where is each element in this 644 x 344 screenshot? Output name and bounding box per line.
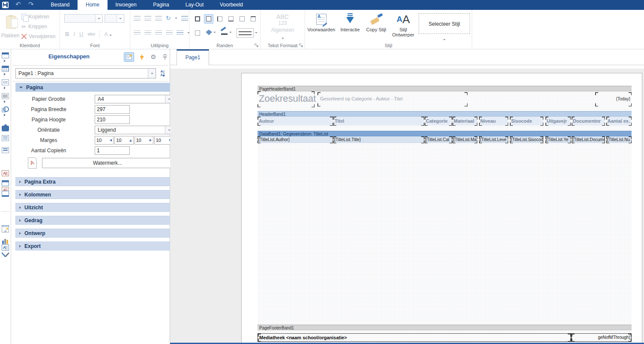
copies-input[interactable] <box>95 146 130 155</box>
select-style-dropdown[interactable] <box>419 36 470 42</box>
footer-text-component[interactable]: Mediatheek <naam school/organisatie> <box>258 333 571 342</box>
delete-button[interactable]: Verwijderen <box>21 32 56 41</box>
border-none-button[interactable] <box>237 14 247 24</box>
text-wrap-icon[interactable] <box>181 16 188 21</box>
paper-size-select[interactable]: A4 <box>95 95 173 103</box>
section-pagina[interactable]: Pagina <box>15 83 170 92</box>
sort-az-button[interactable]: AZ <box>157 68 168 78</box>
align-center-icon[interactable] <box>144 30 151 35</box>
margin-left-spinner[interactable]: 10 <box>95 136 114 145</box>
align-middle-icon[interactable] <box>144 16 151 21</box>
border-single-button[interactable] <box>193 28 202 38</box>
doc-tab-page1[interactable]: Page1 <box>177 49 209 65</box>
section-export[interactable]: Export <box>15 241 170 250</box>
dialog-launcher-icon[interactable] <box>255 43 259 48</box>
section-kolommen[interactable]: Kolommen <box>15 190 170 199</box>
align-left-icon[interactable] <box>134 30 141 35</box>
paste-button[interactable]: Plakken <box>1 12 20 41</box>
toolbox-image-icon[interactable] <box>2 226 9 232</box>
toolbox-cross-bands-icon[interactable] <box>2 66 9 72</box>
chevron-down-icon[interactable] <box>175 18 177 19</box>
redo-icon[interactable]: ↷ <box>28 0 34 8</box>
flyout-arrow-icon[interactable] <box>4 100 6 103</box>
align-bottom-icon[interactable] <box>155 16 162 21</box>
data-field-cell[interactable]: {TitleList.Documen <box>572 136 605 143</box>
column-header-cell[interactable]: Documentnr <box>572 117 605 126</box>
border-outer-button[interactable] <box>204 14 213 24</box>
italic-button[interactable]: I <box>73 31 75 37</box>
tab-bestand[interactable]: Bestand <box>43 0 78 10</box>
align-justify-icon[interactable] <box>166 30 173 35</box>
data-field-cell[interactable]: {TitleList.Title} <box>333 136 424 143</box>
toolbox-text-icon[interactable] <box>2 244 9 250</box>
properties-view-button[interactable] <box>124 52 134 62</box>
toolbox-page-header-band-icon[interactable] <box>2 135 9 141</box>
text-format-general[interactable]: Algemeen <box>261 27 305 33</box>
column-header-cell[interactable]: Sisocode <box>510 117 543 126</box>
tab-lay-out[interactable]: Lay-Out <box>178 0 211 10</box>
column-header-cell[interactable]: Materiaal <box>452 117 477 126</box>
data-field-cell[interactable]: {TitleList.Leve <box>479 136 508 143</box>
column-header-cell[interactable]: Categorie <box>425 117 452 126</box>
rotate-text-icon[interactable]: ↻ <box>166 15 171 21</box>
dialog-launcher-icon[interactable] <box>299 43 303 48</box>
data-field-cell[interactable]: {TitleList.Nu <box>606 136 632 143</box>
toolbox-bands-icon[interactable] <box>2 52 9 58</box>
toolbox-data-band-icon[interactable] <box>2 170 9 176</box>
section-gedrag[interactable]: Gedrag <box>15 216 170 225</box>
object-selector[interactable]: Page1 : Pagina <box>15 68 156 78</box>
watermark-button[interactable]: Watermerk... <box>42 158 173 168</box>
interaction-button[interactable]: Interactie <box>338 12 362 42</box>
toolbox-footer-band-icon[interactable] <box>2 191 9 197</box>
page-height-input[interactable] <box>95 115 130 124</box>
flyout-arrow-icon[interactable] <box>4 87 6 89</box>
data-field-cell[interactable]: {TitleList.Ye <box>545 136 571 143</box>
flyout-arrow-icon[interactable] <box>4 60 6 62</box>
settings-button[interactable]: ⚙ <box>148 52 159 62</box>
column-header-cell[interactable]: Auteur <box>258 117 333 126</box>
style-designer-button[interactable]: AA Stijl Ontwerper <box>390 12 416 42</box>
report-title-component[interactable]: Zoekresultaat <box>258 91 315 107</box>
section-ontwerp[interactable]: Ontwerp <box>15 229 170 238</box>
conditions-button[interactable]: Voorwaarden <box>306 12 337 42</box>
flyout-arrow-icon[interactable] <box>4 73 6 75</box>
tab-voorbeeld[interactable]: Voorbeeld <box>211 0 252 10</box>
chevron-down-icon[interactable] <box>261 34 305 40</box>
margin-right-spinner[interactable]: 10 <box>135 136 153 145</box>
report-page[interactable]: PageHeaderBand1 Zoekresultaat Gesorteerd… <box>241 73 642 344</box>
tab-home[interactable]: Home <box>78 0 108 10</box>
fill-color-button[interactable] <box>206 30 216 35</box>
undo-icon[interactable]: ↶ <box>15 0 21 8</box>
copy-style-button[interactable]: Copy Stijl <box>363 12 389 42</box>
select-style-gallery[interactable]: Selecteer Stijl <box>419 13 470 34</box>
strikeout-button[interactable]: abc <box>87 31 95 36</box>
toolbox-components-icon[interactable] <box>2 79 9 85</box>
page-width-input[interactable] <box>95 105 130 114</box>
flyout-arrow-icon[interactable] <box>4 127 6 130</box>
pin-panel-button[interactable] <box>160 52 170 62</box>
tab-invoegen[interactable]: Invoegen <box>108 0 144 10</box>
section-pagina-extra[interactable]: Pagina Extra <box>15 177 170 186</box>
font-name-select[interactable] <box>64 14 103 23</box>
data-field-cell[interactable]: {TitleList.Cat <box>425 136 452 143</box>
margin-top-spinner[interactable]: 10 <box>114 136 133 145</box>
footer-page-number-component[interactable]: geNofMThrough} <box>571 333 632 342</box>
data-band-bar[interactable]: DataBand1; Gegevensbron: TitleList <box>258 131 632 136</box>
border-all-button[interactable] <box>193 14 202 24</box>
align-top-icon[interactable] <box>134 16 141 21</box>
line-spacing-icon[interactable] <box>177 30 183 35</box>
page-footer-band-bar[interactable]: PageFooterBand1 <box>258 325 632 330</box>
column-header-cell[interactable]: Uitgavejr <box>545 117 571 126</box>
border-color-button[interactable] <box>221 29 232 35</box>
toolbox-tools-icon[interactable] <box>2 251 9 257</box>
date-component[interactable]: {Today} <box>595 92 632 106</box>
bold-button[interactable]: B <box>65 31 69 37</box>
toolbox-page-footer-band-icon[interactable] <box>2 147 9 153</box>
text-format-abc[interactable]: ABC <box>261 13 305 20</box>
align-right-icon[interactable] <box>155 30 162 35</box>
section-uitzicht[interactable]: Uitzicht <box>15 203 170 212</box>
text-format-123[interactable]: 123 <box>261 20 305 26</box>
font-color-button[interactable]: A <box>104 31 112 37</box>
column-header-cell[interactable]: Aantal ex. <box>606 117 632 126</box>
column-header-cell[interactable]: Titel <box>333 117 424 126</box>
